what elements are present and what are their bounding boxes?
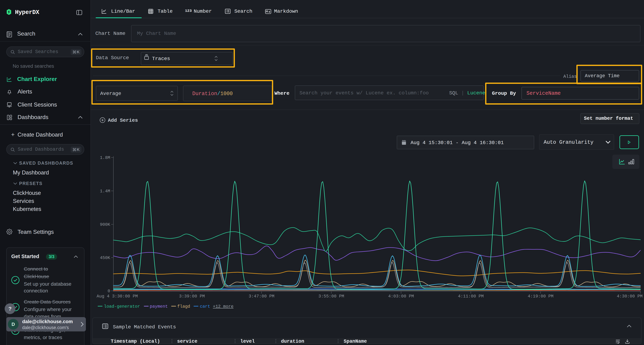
svg-text:1.8M: 1.8M: [100, 155, 110, 160]
svg-text:4:30:00 PM: 4:30:00 PM: [617, 294, 642, 299]
svg-text:1.4M: 1.4M: [100, 189, 110, 194]
svg-text:flagd: flagd: [177, 304, 190, 309]
svg-text:450K: 450K: [100, 256, 110, 260]
svg-text:3:39:00 PM: 3:39:00 PM: [179, 294, 205, 299]
svg-text:payment: payment: [150, 304, 168, 309]
svg-text:Aug 4 3:30:00 PM: Aug 4 3:30:00 PM: [96, 294, 138, 299]
svg-text:load-generator: load-generator: [104, 304, 140, 309]
svg-text:4:03:00 PM: 4:03:00 PM: [388, 294, 414, 299]
svg-text:3:55:00 PM: 3:55:00 PM: [318, 294, 344, 299]
svg-text:+12 more: +12 more: [213, 304, 234, 309]
svg-text:cart: cart: [200, 304, 210, 309]
svg-text:4:11:00 PM: 4:11:00 PM: [458, 294, 484, 299]
svg-text:3:47:00 PM: 3:47:00 PM: [249, 294, 274, 299]
svg-text:900K: 900K: [100, 222, 110, 227]
svg-text:0: 0: [108, 289, 110, 294]
svg-text:4:19:00 PM: 4:19:00 PM: [528, 294, 554, 299]
